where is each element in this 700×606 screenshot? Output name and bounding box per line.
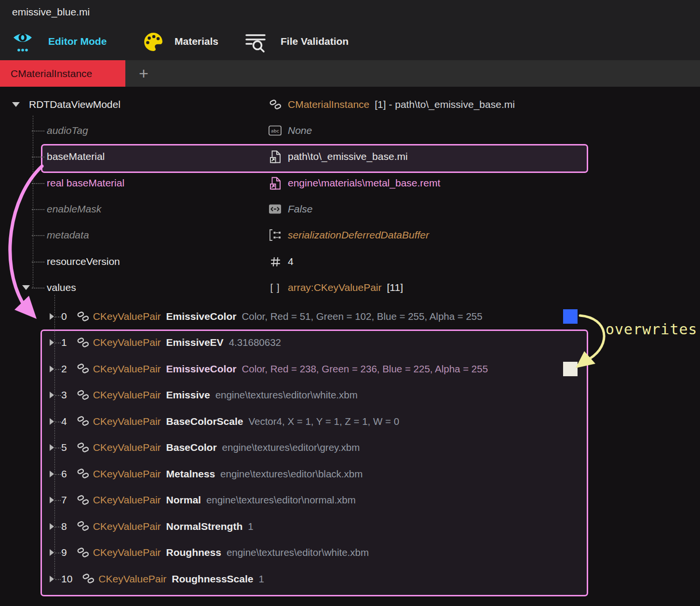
tab-cmaterialinstance[interactable]: CMaterialInstance <box>0 60 125 87</box>
array-item-value: engine\textures\editor\normal.xbm <box>206 494 356 506</box>
tree-row-basematerial[interactable]: baseMaterial path\to\_emissive_base.mi <box>0 144 700 170</box>
collapse-expander-icon[interactable] <box>22 285 30 290</box>
tree-row-audiotag[interactable]: audioTag abc None <box>0 118 700 144</box>
tree-row-label: audioTag <box>47 125 88 136</box>
array-item-value: engine\textures\editor\black.xbm <box>220 468 363 480</box>
annotation-overwrites-label: overwrites <box>606 321 698 338</box>
array-item-8[interactable]: 8 CKeyValuePair NormalStrength 1 <box>0 514 700 540</box>
window-header <box>0 0 700 60</box>
value-text: engine\materials\metal_base.remt <box>288 177 440 189</box>
array-item-value: 4.31680632 <box>229 337 281 348</box>
window-title: emissive_blue.mi <box>12 6 90 18</box>
array-item-7[interactable]: 7 CKeyValuePair Normal engine\textures\e… <box>0 487 700 513</box>
tree-row-root[interactable]: RDTDataViewModel CMaterialInstance [1] -… <box>0 92 700 118</box>
resource-doc-icon <box>268 177 283 190</box>
value-type: CMaterialInstance <box>288 99 369 110</box>
tree-row-label: resourceVersion <box>47 256 120 267</box>
array-item-0[interactable]: 0 CKeyValuePair EmissiveColor Color, Red… <box>0 303 700 329</box>
array-item-index: 10 <box>61 573 72 585</box>
array-item-4[interactable]: 4 CKeyValuePair BaseColorScale Vector4, … <box>0 408 700 435</box>
abc-icon: abc <box>268 125 283 136</box>
array-item-name: RoughnessScale <box>172 573 253 585</box>
buffer-icon <box>268 229 283 241</box>
value-type: array:CKeyValuePair <box>288 282 382 293</box>
array-item-name: BaseColorScale <box>166 416 243 427</box>
class-link-icon <box>77 547 90 559</box>
array-item-10[interactable]: 10 CKeyValuePair RoughnessScale 1 <box>0 566 700 592</box>
array-item-index: 7 <box>61 494 67 506</box>
array-item-name: NormalStrength <box>166 521 243 532</box>
array-item-index: 8 <box>61 521 67 532</box>
array-item-type: CKeyValuePair <box>93 311 161 322</box>
collapse-expander-icon[interactable] <box>12 102 20 107</box>
class-link-icon <box>268 99 283 111</box>
expand-icon[interactable] <box>50 549 54 556</box>
tree-row-metadata[interactable]: metadata serializationDeferredDataBuffer <box>0 222 700 248</box>
value-text: [1] - path\to\_emissive_base.mi <box>375 99 515 110</box>
tree-row-values[interactable]: values [ ] array:CKeyValuePair [11] <box>0 275 700 301</box>
array-item-3[interactable]: 3 CKeyValuePair Emissive engine\textures… <box>0 382 700 408</box>
toolbar-file-validation[interactable]: File Validation <box>281 36 349 47</box>
tree-row-resourceversion[interactable]: resourceVersion 4 <box>0 249 700 275</box>
color-swatch[interactable] <box>563 362 578 376</box>
array-item-name: EmissiveColor <box>166 311 237 322</box>
array-item-index: 1 <box>61 337 67 348</box>
svg-text:abc: abc <box>271 128 279 133</box>
array-item-type: CKeyValuePair <box>93 416 161 427</box>
array-item-type: CKeyValuePair <box>93 389 161 401</box>
class-link-icon <box>77 337 90 349</box>
array-item-index: 9 <box>61 547 67 558</box>
expand-icon[interactable] <box>50 576 54 582</box>
tree-row-label: RDTDataViewModel <box>29 99 121 110</box>
eye-icon[interactable] <box>13 30 33 55</box>
expand-icon[interactable] <box>50 444 54 451</box>
class-link-icon <box>77 389 90 401</box>
toolbar-editor-mode[interactable]: Editor Mode <box>48 36 107 47</box>
array-item-9[interactable]: 9 CKeyValuePair Roughness engine\texture… <box>0 540 700 566</box>
bool-icon <box>268 204 283 215</box>
value-text: False <box>288 203 312 215</box>
class-link-icon <box>77 494 90 506</box>
array-item-name: EmissiveEV <box>166 337 224 348</box>
value-text: 4 <box>288 256 294 267</box>
value-text: serializationDeferredDataBuffer <box>288 229 429 241</box>
array-item-2[interactable]: 2 CKeyValuePair EmissiveColor Color, Red… <box>0 356 700 382</box>
expand-icon[interactable] <box>50 339 54 346</box>
expand-icon[interactable] <box>50 313 54 320</box>
array-item-5[interactable]: 5 CKeyValuePair BaseColor engine\texture… <box>0 435 700 461</box>
expand-icon[interactable] <box>50 366 54 372</box>
array-item-type: CKeyValuePair <box>98 573 166 585</box>
expand-icon[interactable] <box>50 471 54 477</box>
tree-row-label: baseMaterial <box>47 151 105 162</box>
class-link-icon <box>82 573 95 585</box>
array-item-name: Roughness <box>166 547 221 558</box>
expand-icon[interactable] <box>50 392 54 398</box>
array-item-value: Color, Red = 51, Green = 102, Blue = 255… <box>242 311 482 322</box>
palette-icon[interactable] <box>143 32 163 54</box>
array-item-name: Metalness <box>166 468 215 480</box>
toolbar-materials[interactable]: Materials <box>175 36 218 47</box>
array-item-index: 3 <box>61 389 67 401</box>
array-item-1[interactable]: 1 CKeyValuePair EmissiveEV 4.31680632 <box>0 329 700 356</box>
expand-icon[interactable] <box>50 418 54 425</box>
array-item-6[interactable]: 6 CKeyValuePair Metalness engine\texture… <box>0 461 700 487</box>
tree-row-real-basematerial[interactable]: real baseMaterial engine\materials\metal… <box>0 170 700 196</box>
array-item-type: CKeyValuePair <box>93 494 161 506</box>
new-tab-button[interactable]: + <box>134 60 153 87</box>
expand-icon[interactable] <box>50 497 54 503</box>
value-text: path\to\_emissive_base.mi <box>288 151 408 162</box>
class-link-icon <box>77 415 90 427</box>
resource-doc-icon <box>268 150 283 163</box>
color-swatch[interactable] <box>563 309 578 324</box>
array-item-value: engine\textures\editor\white.xbm <box>227 547 369 558</box>
array-item-index: 2 <box>61 363 67 375</box>
tree-row-label: metadata <box>47 229 89 241</box>
array-item-type: CKeyValuePair <box>93 521 161 532</box>
tree-row-enablemask[interactable]: enableMask False <box>0 196 700 222</box>
array-item-name: BaseColor <box>166 442 217 453</box>
class-link-icon <box>77 311 90 323</box>
tree-row-label: values <box>47 282 76 293</box>
list-search-icon[interactable] <box>245 32 266 55</box>
expand-icon[interactable] <box>50 523 54 530</box>
array-icon: [ ] <box>268 282 283 293</box>
